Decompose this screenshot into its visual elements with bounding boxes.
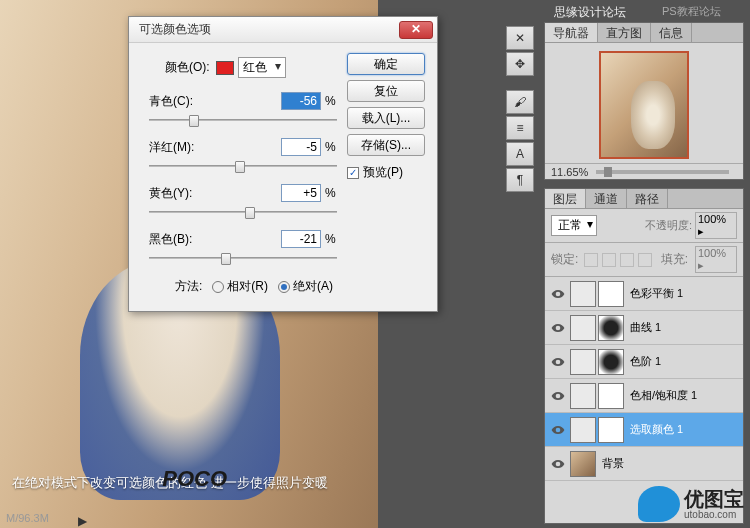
layer-row[interactable]: 色相/饱和度 1 <box>545 379 743 413</box>
yellow-input[interactable] <box>281 184 321 202</box>
layer-row[interactable]: 色阶 1 <box>545 345 743 379</box>
paragraph-icon[interactable]: ¶ <box>506 168 534 192</box>
navigator-panel: 导航器 直方图 信息 11.65% <box>544 22 744 180</box>
visibility-toggle[interactable] <box>549 319 567 337</box>
layer-thumbnails <box>570 451 596 477</box>
color-dropdown[interactable]: 红色 <box>238 57 286 78</box>
tool-crossed-icon[interactable]: ✕ <box>506 26 534 50</box>
black-input[interactable] <box>281 230 321 248</box>
preview-label: 预览(P) <box>363 164 403 181</box>
tab-info[interactable]: 信息 <box>651 23 692 42</box>
layer-thumbnails <box>570 383 624 409</box>
tab-navigator[interactable]: 导航器 <box>545 23 598 42</box>
visibility-toggle[interactable] <box>549 387 567 405</box>
bird-icon <box>638 486 680 522</box>
mask-thumb[interactable] <box>598 281 624 307</box>
fill-label: 填充: <box>661 251 688 268</box>
percent-label: % <box>321 186 339 200</box>
tab-histogram[interactable]: 直方图 <box>598 23 651 42</box>
tab-layers[interactable]: 图层 <box>545 189 586 208</box>
layer-row[interactable]: 选取颜色 1 <box>545 413 743 447</box>
visibility-toggle[interactable] <box>549 455 567 473</box>
zoom-value[interactable]: 11.65% <box>551 166 588 178</box>
eye-icon <box>551 389 565 403</box>
percent-label: % <box>321 232 339 246</box>
mask-thumb[interactable] <box>598 349 624 375</box>
close-button[interactable]: ✕ <box>399 21 433 39</box>
tab-channels[interactable]: 通道 <box>586 189 627 208</box>
yellow-slider[interactable] <box>149 204 337 220</box>
load-button[interactable]: 载入(L)... <box>347 107 425 129</box>
layer-name: 选取颜色 1 <box>630 422 739 437</box>
watermark-name: 优图宝 <box>684 489 744 509</box>
header-site-1: 思缘设计论坛 <box>554 4 626 21</box>
presets-icon[interactable]: ≡ <box>506 116 534 140</box>
save-button[interactable]: 存储(S)... <box>347 134 425 156</box>
tool-move-icon[interactable]: ✥ <box>506 52 534 76</box>
opacity-input[interactable]: 100% ▸ <box>695 212 737 239</box>
lock-label: 锁定: <box>551 251 578 268</box>
lock-pixels-icon[interactable] <box>602 253 616 267</box>
visibility-toggle[interactable] <box>549 353 567 371</box>
dialog-titlebar[interactable]: 可选颜色选项 ✕ <box>129 17 437 43</box>
black-slider[interactable] <box>149 250 337 266</box>
tab-paths[interactable]: 路径 <box>627 189 668 208</box>
layer-row[interactable]: 背景 <box>545 447 743 481</box>
layer-thumb[interactable] <box>570 451 596 477</box>
mask-thumb[interactable] <box>598 383 624 409</box>
lock-position-icon[interactable] <box>620 253 634 267</box>
eye-icon <box>551 423 565 437</box>
ok-button[interactable]: 确定 <box>347 53 425 75</box>
tool-strip-2: 🖌 ≡ A ¶ <box>506 90 536 194</box>
visibility-toggle[interactable] <box>549 285 567 303</box>
cyan-slider[interactable] <box>149 112 337 128</box>
mask-thumb[interactable] <box>598 417 624 443</box>
status-bar-text: M/96.3M <box>6 512 49 524</box>
layer-name: 曲线 1 <box>630 320 739 335</box>
blend-mode-select[interactable]: 正常 <box>551 215 597 236</box>
poco-watermark: POCO <box>162 466 227 492</box>
layer-thumbnails <box>570 315 624 341</box>
adjustment-thumb[interactable] <box>570 417 596 443</box>
navigator-figure <box>631 81 675 149</box>
lock-transparency-icon[interactable] <box>584 253 598 267</box>
layer-thumbnails <box>570 349 624 375</box>
magenta-label: 洋红(M): <box>149 139 209 156</box>
magenta-slider[interactable] <box>149 158 337 174</box>
magenta-input[interactable] <box>281 138 321 156</box>
preview-checkbox[interactable] <box>347 167 359 179</box>
adjustment-thumb[interactable] <box>570 383 596 409</box>
adjustment-thumb[interactable] <box>570 281 596 307</box>
fill-input[interactable]: 100% ▸ <box>695 246 737 273</box>
close-icon: ✕ <box>411 22 421 36</box>
eye-icon <box>551 355 565 369</box>
visibility-toggle[interactable] <box>549 421 567 439</box>
adjustment-thumb[interactable] <box>570 315 596 341</box>
yellow-label: 黄色(Y): <box>149 185 209 202</box>
dialog-title: 可选颜色选项 <box>133 21 399 38</box>
status-bar-arrow-icon[interactable]: ▶ <box>78 514 90 526</box>
adjustment-thumb[interactable] <box>570 349 596 375</box>
layer-row[interactable]: 色彩平衡 1 <box>545 277 743 311</box>
layer-name: 背景 <box>602 456 739 471</box>
method-label: 方法: <box>175 278 202 295</box>
zoom-slider[interactable] <box>596 170 729 174</box>
navigator-thumbnail[interactable] <box>599 51 689 159</box>
layer-name: 色阶 1 <box>630 354 739 369</box>
brush-icon[interactable]: 🖌 <box>506 90 534 114</box>
panels-area: 思缘设计论坛 PS教程论坛 ✕ ✥ 🖌 ≡ A ¶ 导航器 直方图 信息 11.… <box>492 0 750 528</box>
utobao-watermark: 优图宝 utobao.com <box>638 486 744 522</box>
reset-button[interactable]: 复位 <box>347 80 425 102</box>
selective-color-dialog: 可选颜色选项 ✕ 颜色(O): 红色 青色(C): % 洋红(M): % <box>128 16 438 312</box>
black-label: 黑色(B): <box>149 231 209 248</box>
cyan-input[interactable] <box>281 92 321 110</box>
radio-absolute[interactable] <box>278 281 290 293</box>
mask-thumb[interactable] <box>598 315 624 341</box>
text-icon[interactable]: A <box>506 142 534 166</box>
layer-thumbnails <box>570 417 624 443</box>
lock-all-icon[interactable] <box>638 253 652 267</box>
color-swatch-red <box>216 61 234 75</box>
layer-row[interactable]: 曲线 1 <box>545 311 743 345</box>
radio-relative[interactable] <box>212 281 224 293</box>
color-label: 颜色(O): <box>165 59 210 76</box>
